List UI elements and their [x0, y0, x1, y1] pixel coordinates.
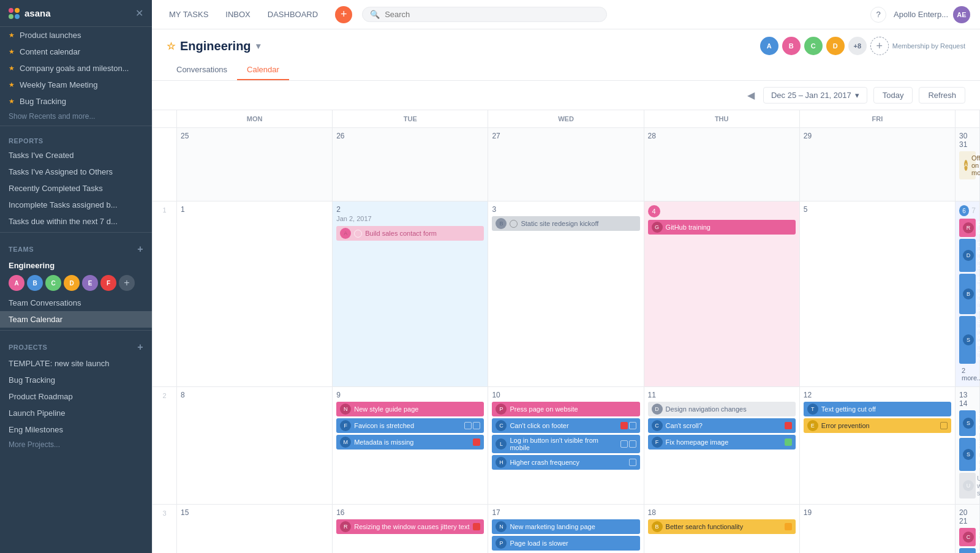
- task-card-search-func[interactable]: B Better search functionality: [648, 519, 796, 534]
- cal-cell-jan4[interactable]: 4 G GitHub training: [644, 201, 800, 387]
- my-tasks-nav[interactable]: MY TASKS: [162, 6, 216, 23]
- date-range-button[interactable]: Dec 25 – Jan 21, 2017 ▾: [763, 87, 867, 103]
- task-checkbox[interactable]: [354, 230, 362, 238]
- collapse-button[interactable]: ◀: [745, 89, 757, 102]
- chevron-down-icon[interactable]: ▾: [256, 41, 260, 51]
- sidebar-item-eng-milestones[interactable]: Eng Milestones: [0, 421, 152, 438]
- cal-cell-jan20-21[interactable]: 20 21 C CMS demo B Broken image link: [956, 505, 980, 553]
- search-input[interactable]: [385, 10, 599, 19]
- cal-cell-dec25[interactable]: 25: [177, 128, 333, 201]
- cal-cell-jan2[interactable]: 2 Jan 2, 2017 A Build sales contact form: [333, 201, 488, 387]
- task-card-broken-links[interactable]: B Broken links on help page: [959, 274, 976, 314]
- sidebar-item-engineering[interactable]: Engineering: [0, 257, 152, 273]
- sidebar-item-bug-tracking-proj[interactable]: Bug Tracking: [0, 372, 152, 388]
- team-member-avatar[interactable]: D: [64, 275, 80, 291]
- sidebar-item-template[interactable]: TEMPLATE: new site launch: [0, 355, 152, 372]
- cal-cell-jan17[interactable]: 17 N New marketing landing page P Page l…: [488, 505, 644, 553]
- sidebar-item-product-launches[interactable]: ★ Product launches: [0, 27, 152, 43]
- task-card-press-page[interactable]: P Press page on website: [492, 402, 639, 416]
- cal-cell-dec27[interactable]: 27: [488, 128, 644, 201]
- task-card-text-cut[interactable]: T Text getting cut off: [804, 402, 951, 416]
- cal-cell-jan16[interactable]: 16 R Resizing the window causes jittery …: [333, 505, 488, 553]
- task-card-selector[interactable]: S Selector dropdown alignment off: [959, 438, 976, 471]
- tab-calendar[interactable]: Calendar: [237, 60, 289, 80]
- team-member-avatar[interactable]: C: [45, 275, 61, 291]
- user-area[interactable]: Apollo Enterp... AE: [894, 6, 970, 23]
- cal-cell-dec29[interactable]: 29: [800, 128, 956, 201]
- cal-cell-jan3[interactable]: 3 B Static site redesign kickoff: [488, 201, 644, 387]
- sidebar-item-recently-completed[interactable]: Recently Completed Tasks: [0, 180, 152, 197]
- task-card-page-load[interactable]: P Page load is slower: [492, 536, 639, 551]
- cal-cell-jan9[interactable]: 9 N New style guide page F Favicon is st…: [333, 387, 488, 505]
- task-card-favicon[interactable]: F Favicon is stretched: [336, 418, 484, 433]
- task-card-resize[interactable]: R Resizing the window causes jittery tex…: [336, 519, 484, 534]
- cal-cell-jan15[interactable]: 15: [177, 505, 333, 553]
- show-more-link[interactable]: Show Recents and more...: [0, 110, 152, 123]
- task-card-screenshots[interactable]: U Update website screenshots: [959, 473, 976, 498]
- task-card-footer[interactable]: C Can't click on footer: [492, 418, 639, 433]
- today-button[interactable]: Today: [873, 87, 913, 103]
- cal-cell-jan13-14[interactable]: 13 14 S Staging server updates S Selecto…: [956, 387, 980, 505]
- team-member-avatar[interactable]: A: [9, 275, 24, 291]
- task-card-cms[interactable]: C CMS demo: [959, 528, 976, 546]
- refresh-button[interactable]: Refresh: [919, 87, 965, 103]
- cal-cell-dec26[interactable]: 26: [333, 128, 488, 201]
- cal-cell-jan8[interactable]: 8: [177, 387, 333, 505]
- create-task-button[interactable]: +: [335, 6, 352, 23]
- star-icon[interactable]: ☆: [167, 40, 175, 52]
- task-card-offline-mobile[interactable]: A Offline on mobile: [959, 151, 976, 179]
- task-card-login-btn[interactable]: L Log in button isn't visible from mobil…: [492, 435, 639, 453]
- add-member-button[interactable]: +: [119, 275, 135, 291]
- sidebar-item-weekly-meeting[interactable]: ★ Weekly Team Meeting: [0, 77, 152, 93]
- cal-cell-dec30-31[interactable]: 30 31 A Offline on mobile: [956, 128, 980, 201]
- sidebar-item-product-roadmap[interactable]: Product Roadmap: [0, 388, 152, 405]
- cal-cell-jan11[interactable]: 11 D Design navigation changes C Can't s…: [644, 387, 800, 505]
- add-member-button[interactable]: +: [870, 37, 889, 55]
- task-card-metadata[interactable]: M Metadata is missing: [336, 435, 484, 450]
- cal-cell-jan6-7[interactable]: 6 7 R Redesign overview D Display error …: [956, 201, 980, 387]
- cal-cell-jan19[interactable]: 19: [800, 505, 956, 553]
- cal-cell-jan1[interactable]: 1: [177, 201, 333, 387]
- task-card-broken-image[interactable]: B Broken image link: [959, 548, 976, 553]
- task-card-staging[interactable]: S Staging server updates: [959, 410, 976, 436]
- task-card-style-guide[interactable]: N New style guide page: [336, 402, 484, 416]
- sidebar-item-launch-pipeline[interactable]: Launch Pipeline: [0, 405, 152, 421]
- tab-conversations[interactable]: Conversations: [167, 60, 237, 80]
- help-button[interactable]: ?: [870, 7, 886, 23]
- app-logo[interactable]: asana: [9, 8, 51, 19]
- cal-cell-jan5[interactable]: 5: [800, 201, 956, 387]
- sidebar-item-tasks-due[interactable]: Tasks due within the next 7 d...: [0, 213, 152, 230]
- search-bar[interactable]: 🔍: [362, 7, 607, 22]
- task-card-redesign[interactable]: R Redesign overview: [959, 219, 976, 237]
- task-checkbox[interactable]: [510, 220, 518, 228]
- team-member-avatar[interactable]: E: [82, 275, 98, 291]
- sidebar-item-team-conversations[interactable]: Team Conversations: [0, 295, 152, 311]
- more-projects-link[interactable]: More Projects...: [0, 438, 152, 451]
- cal-cell-jan10[interactable]: 10 P Press page on website C Can't click…: [488, 387, 644, 505]
- team-member-avatar[interactable]: F: [100, 275, 116, 291]
- add-project-button[interactable]: +: [137, 342, 143, 353]
- cal-cell-dec28[interactable]: 28: [644, 128, 800, 201]
- task-card-error-prev[interactable]: E Error prevention: [804, 418, 951, 433]
- team-member-avatar[interactable]: B: [27, 275, 43, 291]
- add-team-button[interactable]: +: [137, 244, 143, 255]
- sidebar-item-bug-tracking[interactable]: ★ Bug Tracking: [0, 93, 152, 110]
- sidebar-item-content-calendar[interactable]: ★ Content calendar: [0, 43, 152, 60]
- cal-cell-jan12[interactable]: 12 T Text getting cut off E Error preven…: [800, 387, 956, 505]
- task-card-nav[interactable]: D Design navigation changes: [648, 402, 796, 416]
- dashboard-nav[interactable]: DASHBOARD: [260, 6, 325, 23]
- task-card-github[interactable]: G GitHub training: [648, 220, 796, 235]
- task-card-display-error[interactable]: D Display error on shuttle computer: [959, 239, 976, 272]
- inbox-nav[interactable]: INBOX: [218, 6, 257, 23]
- more-tasks-link[interactable]: 2 more...: [959, 366, 976, 383]
- sidebar-item-team-calendar[interactable]: Team Calendar: [0, 311, 152, 328]
- task-card-scroll[interactable]: C Can't scroll?: [648, 418, 796, 433]
- sidebar-item-company-goals[interactable]: ★ Company goals and mileston...: [0, 60, 152, 77]
- task-card-marketing[interactable]: N New marketing landing page: [492, 519, 639, 534]
- cal-cell-jan18[interactable]: 18 B Better search functionality: [644, 505, 800, 553]
- task-card-build-sales[interactable]: A Build sales contact form: [336, 226, 484, 241]
- close-icon[interactable]: ✕: [135, 7, 143, 19]
- task-card-crash[interactable]: H Higher crash frequency: [492, 455, 639, 470]
- task-card-search[interactable]: S Search is not displaying the correct r…: [959, 316, 976, 364]
- sidebar-item-incomplete-tasks[interactable]: Incomplete Tasks assigned b...: [0, 197, 152, 213]
